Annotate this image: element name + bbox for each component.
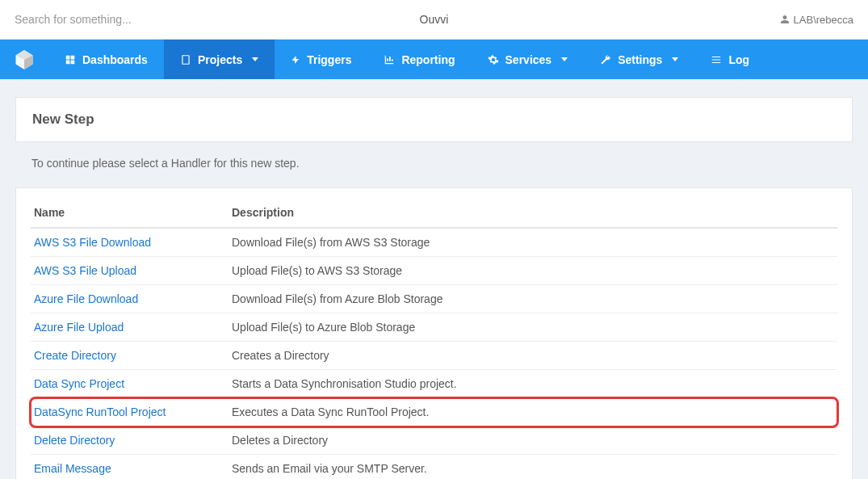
wrench-icon [600,54,611,65]
nav-triggers[interactable]: Triggers [275,40,367,79]
col-header-description: Description [229,198,837,228]
handler-description: Download File(s) from Azure Blob Storage [229,285,837,313]
nav-services[interactable]: Services [472,40,585,79]
page-title: New Step [32,111,836,128]
nav-bar: Dashboards Projects Triggers Reporting S… [0,40,868,79]
top-bar: Ouvvi LAB\rebecca [0,0,868,40]
nav-reporting[interactable]: Reporting [367,40,471,79]
list-icon [711,54,722,65]
table-row: DataSync RunTool ProjectExecutes a Data … [31,398,837,426]
search-input[interactable] [15,13,257,26]
nav-label: Reporting [401,53,455,66]
handler-description: Creates a Directory [229,342,837,370]
handler-link[interactable]: DataSync RunTool Project [34,405,166,418]
chevron-down-icon [672,57,678,61]
book-icon [180,54,191,65]
handlers-panel: Name Description AWS S3 File DownloadDow… [15,187,853,479]
bolt-icon [291,54,300,65]
table-row: Create DirectoryCreates a Directory [31,342,837,370]
app-logo[interactable] [0,40,48,79]
handler-link[interactable]: Azure File Download [34,292,138,305]
handler-description: Download File(s) from AWS S3 Storage [229,228,837,257]
user-menu[interactable]: LAB\rebecca [780,14,853,26]
chart-icon [384,54,395,65]
gears-icon [488,54,499,65]
nav-label: Projects [198,53,242,66]
table-row: AWS S3 File UploadUpload File(s) to AWS … [31,257,837,285]
handler-description: Upload File(s) to Azure Blob Storage [229,313,837,342]
chevron-down-icon [252,57,258,61]
chevron-down-icon [561,57,568,61]
nav-label: Services [505,53,552,66]
col-header-name: Name [31,198,229,228]
handler-description: Upload File(s) to AWS S3 Storage [229,257,837,285]
table-row: Email MessageSends an Email via your SMT… [31,455,837,480]
grid-icon [65,54,76,65]
handler-link[interactable]: AWS S3 File Download [34,236,151,249]
nav-log[interactable]: Log [694,40,765,79]
handler-link[interactable]: Data Sync Project [34,377,124,390]
nav-label: Log [728,53,749,66]
handler-link[interactable]: Create Directory [34,349,116,362]
handler-description: Deletes a Directory [229,426,837,455]
nav-projects[interactable]: Projects [164,40,275,79]
nav-label: Settings [618,53,662,66]
handler-description: Sends an Email via your SMTP Server. [229,455,837,480]
table-row: Azure File DownloadDownload File(s) from… [31,285,837,313]
user-label: LAB\rebecca [794,14,853,26]
table-row: AWS S3 File DownloadDownload File(s) fro… [31,228,837,257]
handler-description: Starts a Data Synchronisation Studio pro… [229,370,837,398]
handler-link[interactable]: Delete Directory [34,434,115,447]
handler-link[interactable]: Email Message [34,462,111,475]
handlers-table: Name Description AWS S3 File DownloadDow… [31,198,837,479]
handler-link[interactable]: Azure File Upload [34,321,124,334]
nav-label: Dashboards [82,53,148,66]
nav-settings[interactable]: Settings [584,40,694,79]
table-row: Azure File UploadUpload File(s) to Azure… [31,313,837,342]
app-title: Ouvvi [420,13,449,26]
handler-description: Executes a Data Sync RunTool Project. [229,398,837,426]
page-content: New Step To continue please select a Han… [0,79,868,479]
nav-dashboards[interactable]: Dashboards [48,40,164,79]
table-row: Delete DirectoryDeletes a Directory [31,426,837,455]
table-row: Data Sync ProjectStarts a Data Synchroni… [31,370,837,398]
handler-link[interactable]: AWS S3 File Upload [34,264,136,277]
title-panel: New Step [15,97,853,142]
user-icon [780,15,790,24]
instruction-text: To continue please select a Handler for … [15,157,853,170]
nav-label: Triggers [307,53,351,66]
